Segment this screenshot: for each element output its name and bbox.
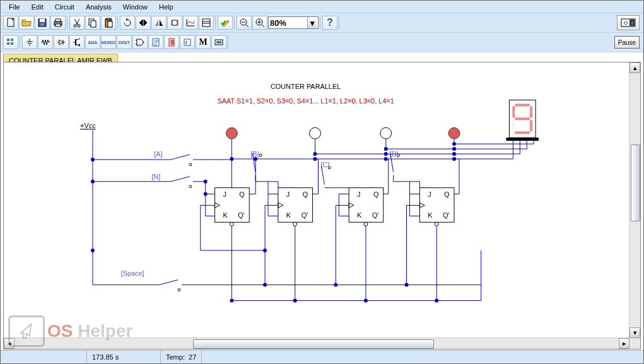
indicators-button[interactable]: 8: [164, 35, 179, 49]
vertical-scrollbar[interactable]: ▴ ▾: [629, 62, 640, 338]
canvas-area: COUNTER PARALLEL SAAT S1=1, S2=0, S3=0, …: [3, 62, 641, 349]
cut-button[interactable]: [69, 16, 85, 30]
svg-rect-69: [506, 138, 539, 141]
zoom-out-icon: [239, 18, 249, 28]
misc-button[interactable]: M: [196, 35, 211, 49]
basic-button[interactable]: [38, 35, 53, 49]
zoom-in-button[interactable]: [252, 16, 267, 30]
svg-rect-10: [91, 21, 96, 27]
analog-ic-icon: ANA: [88, 40, 97, 45]
svg-point-122: [204, 180, 208, 184]
sevenseg-icon: 8: [167, 37, 177, 47]
diode-icon: [56, 37, 66, 47]
svg-point-102: [230, 222, 233, 226]
copy-button[interactable]: [85, 16, 100, 30]
svg-point-130: [293, 298, 297, 302]
hscroll-thumb[interactable]: [193, 339, 434, 349]
logic-gates-button[interactable]: [132, 35, 148, 49]
toolbar-row-2: ANA MIXED DIGIT SRQ 8 f M Pause: [1, 32, 643, 52]
svg-point-123: [254, 157, 257, 161]
svg-point-88: [189, 163, 192, 166]
svg-rect-36: [11, 42, 13, 45]
flip-v-icon: [154, 18, 164, 28]
save-button[interactable]: [35, 16, 50, 30]
svg-text:O: O: [624, 20, 628, 26]
zoom-select[interactable]: 80% ▾: [268, 16, 319, 29]
options-button[interactable]: [218, 16, 233, 30]
scroll-right-button[interactable]: ▸: [619, 338, 629, 349]
pencil-check-icon: [220, 18, 230, 28]
menu-edit[interactable]: Edit: [26, 2, 49, 12]
rotate-button[interactable]: [120, 16, 135, 30]
menu-help[interactable]: Help: [153, 2, 179, 12]
transistors-button[interactable]: [69, 35, 85, 49]
properties-button[interactable]: [199, 16, 214, 30]
pause-button[interactable]: Pause: [614, 36, 640, 49]
net-space: [Space]: [121, 269, 144, 277]
digital-ic-button[interactable]: DIGIT: [117, 35, 132, 49]
instruments-button[interactable]: [211, 35, 226, 49]
svg-line-43: [76, 38, 80, 40]
ground-icon: [25, 37, 35, 47]
svg-text:J: J: [223, 191, 226, 198]
print-button[interactable]: [50, 16, 66, 30]
zoom-out-button[interactable]: [237, 16, 252, 30]
diodes-button[interactable]: [54, 35, 69, 49]
scissors-icon: [72, 18, 82, 28]
controls-button[interactable]: f: [180, 35, 195, 49]
flip-v-button[interactable]: [151, 16, 167, 30]
svg-point-132: [435, 298, 438, 302]
svg-text:J: J: [286, 191, 290, 198]
favorites-button[interactable]: [3, 35, 18, 49]
svg-point-92: [259, 154, 262, 156]
paste-button[interactable]: [101, 16, 116, 30]
help-button[interactable]: ?: [322, 16, 337, 30]
menu-file[interactable]: File: [3, 2, 26, 12]
vcc-label: +Vcc: [80, 122, 96, 129]
run-switch[interactable]: OI: [617, 15, 640, 30]
open-button[interactable]: [19, 16, 34, 30]
mixed-ic-button[interactable]: MIXED: [101, 35, 116, 49]
menu-bar: File Edit Circuit Analysis Window Help: [1, 1, 643, 13]
circuit-canvas[interactable]: COUNTER PARALLEL SAAT S1=1, S2=0, S3=0, …: [4, 62, 629, 338]
svg-point-86: [452, 157, 456, 161]
net-b: [B]: [250, 150, 259, 158]
led-2: [310, 127, 321, 139]
menu-circuit[interactable]: Circuit: [49, 2, 80, 12]
analog-ic-button[interactable]: ANA: [85, 35, 100, 49]
flipflop-1: JQ KQ': [215, 188, 250, 226]
svg-text:Q: Q: [303, 191, 308, 198]
sources-button[interactable]: [22, 35, 37, 49]
svg-rect-3: [40, 23, 44, 26]
svg-rect-5: [56, 19, 61, 21]
svg-rect-19: [202, 19, 210, 26]
scroll-down-button[interactable]: ▾: [629, 327, 640, 338]
svg-point-94: [328, 167, 331, 169]
svg-line-26: [262, 25, 264, 27]
vscroll-thumb[interactable]: [631, 144, 640, 221]
svg-rect-33: [7, 38, 9, 41]
graph-button[interactable]: [183, 16, 198, 30]
new-button[interactable]: [3, 16, 18, 30]
menu-window[interactable]: Window: [117, 2, 153, 12]
menu-analysis[interactable]: Analysis: [80, 2, 117, 12]
toolbar-row-1: 80% ▾ ? OI: [1, 13, 643, 32]
chip-icon: [170, 18, 180, 28]
controls-icon: f: [182, 37, 192, 47]
scroll-up-button[interactable]: ▴: [629, 62, 640, 73]
misc-icon: M: [199, 37, 207, 47]
horizontal-scrollbar[interactable]: ◂ ▸: [4, 338, 629, 349]
subcircuit-button[interactable]: [167, 16, 182, 30]
flipflop-icon: SRQ: [151, 37, 161, 47]
scroll-left-button[interactable]: ◂: [4, 338, 15, 349]
svg-rect-35: [7, 42, 9, 45]
copy-icon: [88, 18, 98, 28]
net-n: [N]: [151, 173, 160, 180]
svg-text:K: K: [223, 211, 228, 219]
svg-rect-2: [40, 19, 45, 22]
svg-point-108: [293, 222, 297, 226]
mixed-ic-icon: MIXED: [102, 40, 115, 45]
svg-point-90: [189, 185, 192, 188]
flip-h-button[interactable]: [136, 16, 151, 30]
digital-button[interactable]: SRQ: [148, 35, 163, 49]
